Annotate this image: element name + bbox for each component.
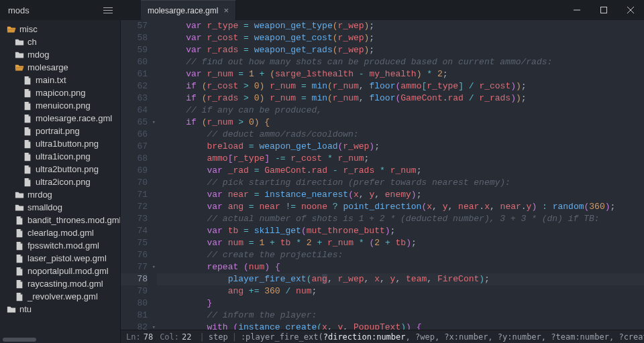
tree-item[interactable]: menuicon.png	[0, 99, 120, 112]
code-line[interactable]: // actual number of shots is 1 + 2 * (de…	[157, 213, 644, 225]
hamburger-icon[interactable]	[103, 7, 113, 13]
code-line[interactable]: // pick starting direction (prefer towar…	[157, 177, 644, 189]
line-number: 61	[121, 68, 148, 80]
file-icon	[15, 292, 24, 301]
tree-item[interactable]: misc	[0, 23, 120, 36]
file-icon	[23, 139, 32, 149]
folder-icon	[7, 305, 16, 314]
file-icon	[15, 279, 24, 289]
tree-item[interactable]: molesarge.race.gml	[0, 112, 120, 125]
tree-item-label: raycasting.mod.gml	[28, 279, 103, 289]
file-icon	[15, 241, 24, 251]
tree-item[interactable]: ultra2icon.png	[0, 176, 120, 188]
tree-item[interactable]: ntu	[0, 303, 120, 316]
tree-item[interactable]: noportalpull.mod.gml	[0, 265, 120, 277]
close-icon[interactable]: ×	[223, 5, 229, 15]
tree-item[interactable]: _revolver.wep.gml	[0, 290, 120, 303]
code-line[interactable]: // deduct ammo/rads/cooldown:	[157, 129, 644, 141]
title-bar: mods molesarge.race.gml ×	[0, 0, 644, 20]
status-bar: Ln: 78 Col: 22 | step | :player_fire_ext…	[121, 330, 644, 343]
code-line[interactable]: var near = instance_nearest(x, y, enemy)…	[157, 189, 644, 201]
tree-item-label: misc	[19, 24, 38, 34]
tree-item-label: noportalpull.mod.gml	[28, 266, 109, 276]
tree-item[interactable]: ultra2button.png	[0, 163, 120, 176]
tree-item-label: molesarge.race.gml	[36, 113, 112, 123]
code-line[interactable]: var r_type = weapon_get_type(r_wep);	[157, 20, 644, 32]
tree-item[interactable]: fpsswitch.mod.gml	[0, 239, 120, 252]
folder-icon	[15, 38, 24, 47]
code-line[interactable]: player_fire_ext(ang, r_wep, x, y, team, …	[157, 273, 644, 285]
tree-item[interactable]: molesarge	[0, 61, 120, 74]
tree-item[interactable]: mapicon.png	[0, 86, 120, 99]
code-line[interactable]: if (r_num > 0) {	[157, 117, 644, 129]
code-text[interactable]: var r_type = weapon_get_type(r_wep); var…	[157, 20, 644, 330]
line-number: 71	[121, 189, 148, 201]
code-line[interactable]: var tb = skill_get(mut_throne_butt);	[157, 225, 644, 237]
code-line[interactable]: ammo[r_type] -= r_cost * r_num;	[157, 153, 644, 165]
minimize-button[interactable]	[564, 0, 590, 20]
code-line[interactable]: if (r_rads > 0) r_num = min(r_num, floor…	[157, 92, 644, 105]
tree-item[interactable]: raycasting.mod.gml	[0, 277, 120, 290]
code-line[interactable]: // if any can be produced,	[157, 105, 644, 117]
tree-item[interactable]: ultra1icon.png	[0, 150, 120, 163]
code-line[interactable]: var r_cost = weapon_get_cost(r_wep);	[157, 32, 644, 44]
file-icon	[15, 216, 24, 225]
code-line[interactable]: with (instance_create(x, y, PopupText)) …	[157, 322, 644, 330]
line-number: 65	[121, 117, 148, 129]
tree-item[interactable]: mrdog	[0, 188, 120, 201]
line-number: 62	[121, 80, 148, 92]
line-number: 58	[121, 32, 148, 44]
tree-item-label: molesarge	[28, 62, 68, 72]
file-icon	[15, 254, 24, 263]
line-number: 63	[121, 92, 148, 105]
tree-item[interactable]: laser_pistol.wep.gml	[0, 252, 120, 265]
tree-item[interactable]: portrait.png	[0, 125, 120, 137]
tree-item[interactable]: mdog	[0, 48, 120, 61]
tree-item[interactable]: ultra1button.png	[0, 137, 120, 150]
tree-item-label: menuicon.png	[36, 100, 91, 111]
tab-active[interactable]: molesarge.race.gml ×	[141, 0, 236, 20]
maximize-button[interactable]	[590, 0, 617, 20]
code-line[interactable]: }	[157, 297, 644, 310]
code-line[interactable]: // find out how many shots can be produc…	[157, 56, 644, 68]
scrollbar-thumb[interactable]	[3, 338, 36, 342]
tree-item[interactable]: main.txt	[0, 74, 120, 86]
tab-label: molesarge.race.gml	[148, 6, 218, 15]
code-line[interactable]: var num = 1 + tb * 2 + r_num * (2 + tb);	[157, 237, 644, 249]
tab-bar: molesarge.race.gml ×	[121, 0, 564, 20]
file-icon	[15, 228, 24, 238]
code-line[interactable]: if (r_cost > 0) r_num = min(r_num, floor…	[157, 80, 644, 92]
svg-rect-1	[601, 7, 607, 13]
tree-item[interactable]: ch	[0, 36, 120, 48]
tree-item[interactable]: bandit_thrones.mod.gml	[0, 214, 120, 226]
line-number: 78	[121, 273, 148, 285]
file-icon	[23, 127, 32, 136]
code-line[interactable]: // inform the player:	[157, 310, 644, 322]
line-number: 69	[121, 165, 148, 177]
code-line[interactable]: ang += 360 / num;	[157, 285, 644, 297]
col-value: 22	[182, 332, 191, 342]
file-icon	[23, 88, 32, 98]
line-number: 67	[121, 141, 148, 153]
tree-item-label: clearlag.mod.gml	[28, 228, 94, 238]
code-line[interactable]: var r_num = 1 + (sarge_lsthealth - my_he…	[157, 68, 644, 80]
tree-item-label: fpsswitch.mod.gml	[28, 241, 99, 251]
code-line[interactable]: // create the projectiles:	[157, 249, 644, 261]
file-tree[interactable]: miscchmdogmolesargemain.txtmapicon.pngme…	[0, 20, 121, 343]
code-area[interactable]: 5758596061626364656667686970717273747576…	[121, 20, 644, 330]
tree-item-label: _revolver.wep.gml	[28, 291, 98, 301]
code-line[interactable]: var ang = near != noone ? point_directio…	[157, 201, 644, 213]
editor: 5758596061626364656667686970717273747576…	[121, 20, 644, 343]
code-line[interactable]: var r_rads = weapon_get_rads(r_wep);	[157, 44, 644, 56]
code-line[interactable]: var _rad = GameCont.rad - r_rads * r_num…	[157, 165, 644, 177]
tree-item[interactable]: clearlag.mod.gml	[0, 226, 120, 239]
tree-item-label: bandit_thrones.mod.gml	[28, 215, 121, 225]
line-number: 77	[121, 261, 148, 273]
tree-item[interactable]: smalldog	[0, 201, 120, 214]
line-number: 66	[121, 129, 148, 141]
line-number: 57	[121, 20, 148, 32]
code-line[interactable]: breload = weapon_get_load(r_wep);	[157, 141, 644, 153]
line-number: 79	[121, 285, 148, 297]
close-button[interactable]	[617, 0, 644, 20]
code-line[interactable]: repeat (num) {	[157, 261, 644, 273]
